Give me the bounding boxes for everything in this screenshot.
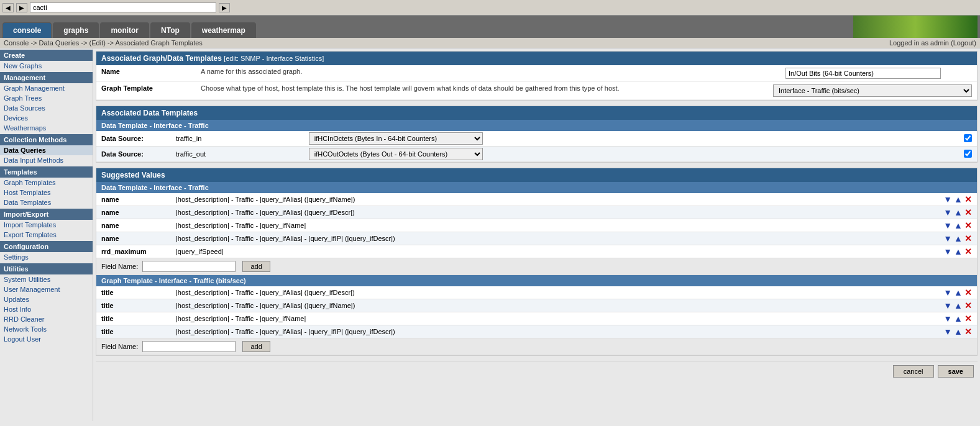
back-button[interactable]: ◀ — [2, 3, 14, 12]
tab-monitor[interactable]: monitor — [100, 22, 149, 38]
s4-delete-icon[interactable]: ✕ — [964, 233, 972, 243]
sidebar-item-graph-templates[interactable]: Graph Templates — [0, 178, 93, 188]
data-add-button[interactable]: add — [242, 261, 270, 272]
ds2-checkbox-cell — [917, 147, 977, 162]
tab-graphs[interactable]: graphs — [53, 22, 99, 38]
sidebar-item-graph-management[interactable]: Graph Management — [0, 83, 93, 93]
sidebar-item-updates[interactable]: Updates — [0, 294, 93, 304]
suggested-row-5: rrd_maximum |query_ifSpeed| ▼ ▲ ✕ — [96, 245, 977, 258]
gs3-up-icon[interactable]: ▲ — [954, 314, 963, 324]
sidebar-section-management: Management — [0, 72, 93, 83]
gs4-delete-icon[interactable]: ✕ — [964, 327, 972, 337]
gs-row-2: title |host_description| - Traffic - |qu… — [96, 299, 977, 312]
data-field-name-input[interactable] — [142, 261, 236, 272]
tab-weathermap[interactable]: weathermap — [191, 22, 256, 38]
name-control — [785, 68, 972, 79]
suggested-data-table: name |host_description| - Traffic - |que… — [96, 193, 977, 275]
s5-down-icon[interactable]: ▼ — [943, 247, 952, 256]
address-bar[interactable] — [30, 2, 216, 12]
tab-console[interactable]: console — [2, 22, 52, 38]
s1-down-icon[interactable]: ▼ — [943, 194, 952, 204]
gs1-delete-icon[interactable]: ✕ — [964, 288, 972, 297]
s4-down-icon[interactable]: ▼ — [943, 233, 952, 243]
s3-delete-icon[interactable]: ✕ — [964, 220, 972, 230]
sidebar-item-export-templates[interactable]: Export Templates — [0, 230, 93, 240]
graph-template-select[interactable]: Interface - Traffic (bits/sec) — [773, 84, 972, 97]
ds1-select[interactable]: ifHCInOctets (Bytes In - 64-bit Counters… — [309, 132, 483, 145]
sidebar-item-host-templates[interactable]: Host Templates — [0, 188, 93, 197]
s2-delete-icon[interactable]: ✕ — [964, 207, 972, 217]
sidebar-item-network-tools[interactable]: Network Tools — [0, 324, 93, 334]
ds1-checkbox[interactable] — [964, 134, 972, 142]
data-source-row-2: Data Source: traffic_out ifHCOutOctets (… — [96, 147, 977, 162]
sidebar-item-data-sources[interactable]: Data Sources — [0, 103, 93, 113]
gs2-actions: ▼ ▲ ✕ — [927, 299, 977, 312]
sidebar-item-devices[interactable]: Devices — [0, 113, 93, 123]
save-button[interactable]: save — [938, 365, 974, 378]
s5-delete-icon[interactable]: ✕ — [964, 247, 972, 256]
gs1-up-icon[interactable]: ▲ — [954, 288, 963, 297]
graph-suggested-table: title |host_description| - Traffic - |qu… — [96, 286, 977, 355]
graph-field-name-input[interactable] — [142, 341, 236, 352]
s5-up-icon[interactable]: ▲ — [954, 247, 963, 256]
graph-add-row: Field Name: add — [96, 338, 977, 355]
ds2-checkbox[interactable] — [964, 150, 972, 158]
s1-delete-icon[interactable]: ✕ — [964, 194, 972, 204]
gs1-down-icon[interactable]: ▼ — [943, 288, 952, 297]
gs2-value: |host_description| - Traffic - |query_if… — [171, 299, 927, 312]
s4-value: |host_description| - Traffic - |query_if… — [171, 232, 927, 245]
s1-field: name — [96, 193, 171, 206]
sidebar-section-templates: Templates — [0, 166, 93, 178]
gs3-delete-icon[interactable]: ✕ — [964, 314, 972, 324]
gs3-down-icon[interactable]: ▼ — [943, 314, 952, 324]
logged-in-text: Logged in as admin (Logout) — [889, 39, 976, 47]
sidebar-item-logout-user[interactable]: Logout User — [0, 334, 93, 344]
sidebar-item-user-management[interactable]: User Management — [0, 284, 93, 294]
gs4-down-icon[interactable]: ▼ — [943, 327, 952, 337]
sidebar-item-import-templates[interactable]: Import Templates — [0, 220, 93, 230]
cancel-button[interactable]: cancel — [893, 365, 934, 378]
name-row: Name A name for this associated graph. — [96, 65, 977, 82]
s4-field: name — [96, 232, 171, 245]
s2-up-icon[interactable]: ▲ — [954, 207, 963, 217]
s4-up-icon[interactable]: ▲ — [954, 233, 963, 243]
suggested-data-subheader: Data Template - Interface - Traffic — [96, 182, 977, 193]
sidebar-item-data-input-methods[interactable]: Data Input Methods — [0, 155, 93, 165]
gs2-up-icon[interactable]: ▲ — [954, 301, 963, 310]
graph-add-button[interactable]: add — [242, 341, 270, 352]
sidebar-item-rrd-cleaner[interactable]: RRD Cleaner — [0, 314, 93, 324]
sidebar-item-weathermaps[interactable]: Weathermaps — [0, 123, 93, 133]
gs2-delete-icon[interactable]: ✕ — [964, 301, 972, 310]
s3-value: |host_description| - Traffic - |query_if… — [171, 219, 927, 232]
gs2-down-icon[interactable]: ▼ — [943, 301, 952, 310]
associated-graph-section: Associated Graph/Data Templates [edit: S… — [96, 51, 978, 101]
ds1-label: Data Source: — [96, 131, 171, 147]
sidebar-item-host-info[interactable]: Host Info — [0, 304, 93, 314]
data-add-row: Field Name: add — [96, 258, 977, 275]
sidebar-item-settings[interactable]: Settings — [0, 252, 93, 262]
sidebar-section-import-export: Import/Export — [0, 209, 93, 220]
sidebar-item-graph-trees[interactable]: Graph Trees — [0, 93, 93, 103]
data-add-cell: Field Name: add — [96, 258, 977, 275]
sidebar-item-data-queries[interactable]: Data Queries — [0, 145, 93, 155]
data-template-subheader: Data Template - Interface - Traffic — [96, 120, 977, 131]
ds1-name: traffic_in — [171, 131, 304, 147]
ds2-select[interactable]: ifHCOutOctets (Bytes Out - 64-bit Counte… — [309, 148, 483, 160]
gs4-up-icon[interactable]: ▲ — [954, 327, 963, 337]
tab-ntop[interactable]: NTop — [150, 22, 190, 38]
go-button[interactable]: ▶ — [219, 3, 230, 12]
s1-actions: ▼ ▲ ✕ — [927, 193, 977, 206]
sidebar-item-data-templates[interactable]: Data Templates — [0, 197, 93, 207]
s3-up-icon[interactable]: ▲ — [954, 220, 963, 230]
s3-down-icon[interactable]: ▼ — [943, 220, 952, 230]
s2-down-icon[interactable]: ▼ — [943, 207, 952, 217]
gs-row-4: title |host_description| - Traffic - |qu… — [96, 325, 977, 338]
sidebar-item-new-graphs[interactable]: New Graphs — [0, 61, 93, 71]
bottom-buttons: cancel save — [96, 361, 978, 381]
name-input[interactable] — [785, 68, 941, 79]
sidebar-item-system-utilities[interactable]: System Utilities — [0, 274, 93, 284]
forward-button[interactable]: ▶ — [16, 3, 27, 12]
suggested-row-3: name |host_description| - Traffic - |que… — [96, 219, 977, 232]
s1-up-icon[interactable]: ▲ — [954, 194, 963, 204]
suggested-values-section: Suggested Values Data Template - Interfa… — [96, 168, 978, 356]
